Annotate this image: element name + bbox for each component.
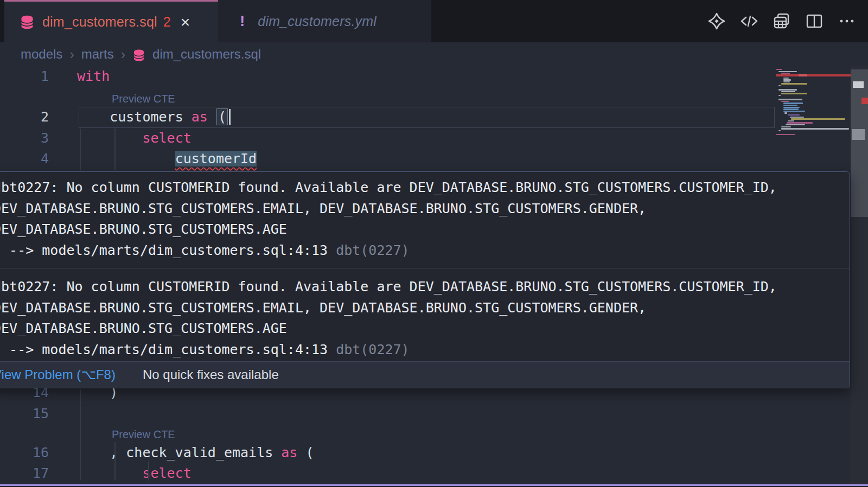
code-token: select	[142, 130, 191, 146]
error-location: --> models/marts/dim_customers.sql:4:13	[0, 342, 336, 357]
minimap-code-line	[783, 107, 800, 108]
error-message-line: dbt0227: No column CUSTOMERID found. Ava…	[0, 177, 850, 198]
minimap-code-line	[781, 83, 807, 84]
code-text: customers as (	[77, 107, 231, 128]
code-editor-window: dim_customers.sql 2 × ! dim_customers.ym…	[0, 0, 868, 487]
scrollbar-slider[interactable]	[851, 69, 868, 217]
indent-guide	[114, 442, 116, 480]
view-problem-link[interactable]: View Problem (⌥F8)	[0, 367, 116, 382]
minimap-code-line	[783, 111, 805, 112]
error-location-line: --> models/marts/dim_customers.sql:4:13 …	[0, 339, 850, 361]
code-token: as	[281, 445, 297, 460]
text-cursor	[229, 109, 231, 125]
minimap-code-line	[783, 78, 789, 79]
code-line-3[interactable]: 3 select	[0, 128, 775, 149]
minimap-code-line	[787, 122, 813, 123]
no-quick-fixes-text: No quick fixes available	[143, 367, 279, 382]
code-line-1[interactable]: 1with	[0, 66, 775, 87]
minimap-code-line	[778, 130, 781, 131]
editor-action-icons	[707, 0, 856, 42]
error-location-line: --> models/marts/dim_customers.sql:4:13 …	[0, 240, 850, 261]
line-number: 4	[0, 149, 49, 170]
code-token	[208, 109, 216, 125]
preview-cte-codelens[interactable]: Preview CTE	[112, 428, 175, 441]
code-text: with	[77, 66, 110, 87]
code-area-top: 1withPreview CTE2 customers as (3 select…	[0, 66, 776, 170]
minimap-code-line	[784, 112, 787, 113]
code-text: customerId	[77, 149, 257, 170]
query-results-icon[interactable]	[773, 12, 791, 30]
tab-dim-customers-sql[interactable]: dim_customers.sql 2 ×	[4, 0, 218, 42]
code-line-15[interactable]: 15	[0, 403, 775, 425]
chevron-right-icon: ›	[69, 47, 74, 62]
popup-separator	[0, 268, 850, 268]
code-token	[77, 465, 142, 481]
tab-dim-customers-yml[interactable]: ! dim_customers.yml	[218, 0, 431, 42]
minimap-code-line	[781, 93, 807, 94]
problem-hover-popup: dbt0227: No column CUSTOMERID found. Ava…	[0, 171, 850, 388]
database-icon	[132, 49, 145, 62]
indent-guide	[114, 129, 116, 170]
chevron-right-icon: ›	[121, 47, 125, 62]
breadcrumb-file[interactable]: dim_customers.sql	[152, 47, 261, 62]
minimap-code-line	[790, 117, 804, 118]
split-editor-icon[interactable]	[805, 12, 824, 30]
minimap-code-line	[781, 101, 789, 102]
code-text: select	[77, 463, 192, 484]
minimap-code-line	[778, 99, 802, 100]
minimap-code-line	[778, 85, 781, 86]
code-text: select	[77, 128, 192, 149]
breadcrumb: models › marts › dim_customers.sql	[21, 42, 261, 66]
code-token	[183, 109, 192, 125]
codelens-row: Preview CTE	[0, 425, 775, 443]
line-number: 15	[0, 403, 49, 425]
more-actions-icon[interactable]	[838, 12, 856, 30]
code-line-17[interactable]: 17 select	[0, 463, 775, 484]
line-number: 2	[0, 107, 49, 128]
code-line-16[interactable]: 16 , check_valid_emails as (	[0, 443, 775, 464]
code-token: with	[77, 68, 110, 84]
tab-label: dim_customers.sql	[42, 14, 157, 30]
tab-problem-badge: 2	[163, 14, 171, 30]
warning-exclamation-icon: !	[240, 12, 245, 30]
minimap-code-line	[776, 134, 795, 135]
code-token: select	[142, 465, 191, 481]
minimap-code-line	[791, 118, 845, 119]
minimap-code-line	[778, 95, 781, 96]
minimap-error-line	[776, 74, 851, 77]
minimap[interactable]	[776, 69, 851, 139]
minimap-code-line	[781, 128, 849, 129]
breadcrumb-marts[interactable]: marts	[81, 47, 114, 62]
error-location: --> models/marts/dim_customers.sql:4:13	[0, 242, 336, 258]
line-number: 16	[0, 443, 49, 464]
error-highlighted-identifier: customerId	[175, 151, 257, 166]
dbt-extension-icon[interactable]	[707, 12, 726, 30]
error-message-block: dbt0227: No column CUSTOMERID found. Ava…	[0, 172, 850, 265]
error-message-line: DEV_DATABASE.BRUNO.STG_CUSTOMERS.EMAIL, …	[0, 298, 850, 319]
overview-error-marker	[861, 98, 868, 104]
error-message-line: DEV_DATABASE.BRUNO.STG_CUSTOMERS.AGE	[0, 219, 850, 240]
minimap-code-line	[783, 105, 797, 106]
matched-bracket: (	[216, 108, 228, 125]
compile-code-icon[interactable]	[740, 12, 758, 30]
indent-guide	[80, 389, 81, 480]
code-text: , check_valid_emails as (	[77, 443, 314, 464]
error-source-code: dbt(0227)	[336, 342, 409, 357]
minimap-code-line	[783, 79, 791, 80]
breadcrumb-models[interactable]: models	[21, 47, 62, 62]
indent-guide	[148, 462, 149, 480]
codelens-row: Preview CTE	[0, 87, 775, 107]
error-source-code: dbt(0227)	[336, 242, 409, 258]
code-token: as	[192, 109, 208, 125]
minimap-code-line	[786, 124, 805, 125]
code-line-2[interactable]: 2 customers as (	[0, 107, 775, 128]
code-token	[77, 130, 142, 146]
preview-cte-codelens[interactable]: Preview CTE	[112, 93, 175, 105]
minimap-code-line	[783, 81, 790, 82]
code-line-4[interactable]: 4 customerId	[0, 149, 775, 170]
line-number: 3	[0, 128, 49, 149]
close-icon[interactable]: ×	[181, 14, 190, 30]
minimap-error-word	[799, 74, 807, 77]
error-message-line: DEV_DATABASE.BRUNO.STG_CUSTOMERS.EMAIL, …	[0, 198, 850, 220]
minimap-code-line	[788, 114, 800, 116]
